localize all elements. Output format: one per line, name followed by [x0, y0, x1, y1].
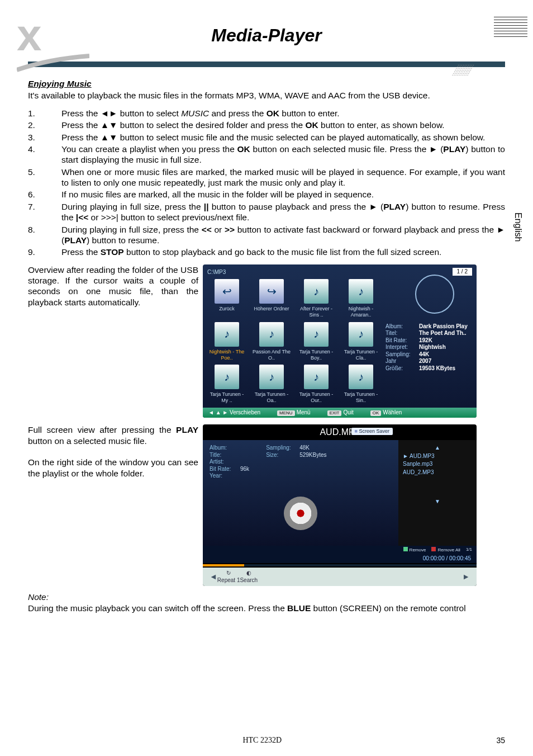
brand-swoosh: [17, 53, 89, 75]
scr1-item-label: Zurück: [207, 306, 246, 312]
scr2-time: 00:00:00 / 00:00:45: [203, 554, 477, 564]
scr1-bottom-bar: ◄ ▲ ► Verschieben MENUMenü EXITQuit OKWä…: [203, 408, 477, 418]
scr1-item-label: Tarja Turunen - Sin..: [341, 391, 380, 404]
scr2-up-arrow-icon: ▲: [403, 445, 472, 452]
scr1-file-item: ♪Tarja Turunen - Our..: [297, 365, 336, 404]
scr1-file-item: ♪Nightwish - The Poe..: [207, 322, 246, 362]
music-note-icon: ♪: [349, 365, 373, 389]
scr1-item-label: Tarja Turunen - Oa..: [252, 391, 291, 404]
scr1-page-counter: 1 / 2: [453, 268, 472, 276]
scr1-file-item: ♪Passion And The O..: [252, 322, 291, 362]
scr1-dial-icon: [415, 275, 454, 314]
scr1-menu-hint: MENUMenü: [277, 409, 311, 417]
step-text: Press the ▲▼ button to select music file…: [61, 132, 505, 143]
scr1-file-item: ♪Nightwish - Amaran..: [341, 279, 380, 319]
scr1-item-label: Tarja Turunen - Our..: [297, 391, 336, 404]
scr2-screensaver-badge: Screen Saver: [351, 428, 393, 435]
scr1-file-item: ♪Tarja Turunen - Cla..: [341, 322, 380, 362]
note-text: During the music playback you can switch…: [28, 603, 505, 613]
scr1-item-label: Tarja Turunen - Cla..: [341, 349, 380, 362]
scr1-file-item: ♪Tarja Turunen - Oa..: [252, 365, 291, 404]
scr1-select-hint: OKWählen: [370, 409, 402, 417]
search-button: ◐Search: [240, 570, 258, 584]
page-title: Media-Player: [0, 25, 533, 46]
step-number: 9.: [28, 247, 61, 257]
music-note-icon: ♪: [259, 322, 284, 347]
scr1-item-label: Nightwish - Amaran..: [341, 306, 380, 319]
music-note-icon: ♪: [215, 322, 239, 347]
music-note-icon: ♪: [304, 322, 329, 347]
scr1-file-item: ♪After Forever - Sins ..: [297, 279, 336, 319]
step-text: Press the STOP button to stop playback a…: [61, 247, 505, 257]
scr1-move-hint: ◄ ▲ ► Verschieben: [208, 409, 260, 417]
overview-text: Overview after reading the folder of the…: [28, 264, 198, 418]
playlist-item: ► AUD.MP3: [403, 453, 472, 460]
scr2-progress: [203, 564, 477, 566]
note-label: Note:: [28, 592, 505, 602]
folder-back-icon: ↩: [215, 279, 239, 304]
instruction-list: 1.Press the ◄► button to select MUSIC an…: [28, 108, 505, 258]
scr2-down-arrow-icon: ▼: [403, 498, 472, 505]
footer-model: HTC 2232D: [242, 736, 282, 745]
scr2-transport-bar: ◄ ↻Repeat 1 ◐Search ►: [203, 568, 477, 586]
scr1-file-item: ♪Tarja Turunen - My ..: [207, 365, 246, 404]
scr2-remove-bar: Remove Remove All 1/1: [203, 546, 477, 554]
step-text: Press the ▲▼ button to select the desire…: [61, 120, 505, 130]
scr1-path: C:\MP3: [207, 269, 226, 275]
scr2-title: AUD.MP3: [203, 427, 477, 438]
scr1-item-label: Tarja Turunen - My ..: [207, 391, 246, 404]
step-text: During playing in full size, press the |…: [61, 201, 505, 223]
step-text: If no music files are marked, all the mu…: [61, 189, 505, 200]
intro-text: It's available to playback the music fil…: [28, 90, 505, 101]
scr1-file-item: ♪Tarja Turunen - Sin..: [341, 365, 380, 404]
disc-icon: [284, 497, 317, 530]
music-note-icon: ♪: [215, 365, 239, 389]
music-note-icon: ♪: [349, 322, 373, 347]
repeat-button: ↻Repeat 1: [217, 570, 240, 584]
music-note-icon: ♪: [304, 365, 329, 389]
step-number: 2.: [28, 120, 61, 130]
music-note-icon: ♪: [349, 279, 373, 304]
scr1-file-item: ♪Tarja Turunen - Boy..: [297, 322, 336, 362]
step-number: 6.: [28, 189, 61, 200]
fullscreen-text-2: On the right side of the window you can …: [28, 457, 198, 479]
step-number: 4.: [28, 144, 61, 166]
step-number: 7.: [28, 201, 61, 223]
scr1-item-label: Tarja Turunen - Boy..: [297, 349, 336, 362]
fullscreen-player-screenshot: AUD.MP3 Screen Saver Album:Title:Artist:…: [203, 424, 477, 586]
header-bar: [28, 62, 505, 67]
prev-icon: ◄: [210, 572, 217, 582]
step-number: 3.: [28, 132, 61, 143]
scr2-track-info-2: Sampling:48KSize:529KBytes: [266, 445, 326, 480]
footer-page-number: 35: [496, 736, 505, 745]
step-number: 1.: [28, 108, 61, 119]
step-number: 5.: [28, 167, 61, 188]
step-text: You can create a playlist when you press…: [61, 144, 505, 166]
scr1-file-item: ↩Zurück: [207, 279, 246, 319]
fullscreen-text-1: Full screen view after pressing the PLAY…: [28, 424, 198, 446]
language-tab: English: [513, 212, 523, 242]
playlist-item: Sanple.mp3: [403, 461, 472, 468]
step-text: Press the ◄► button to select MUSIC and …: [61, 108, 505, 119]
scr1-quit-hint: EXITQuit: [327, 409, 354, 417]
scr1-item-label: Nightwish - The Poe..: [207, 349, 246, 362]
next-icon: ►: [462, 572, 470, 582]
step-number: 8.: [28, 224, 61, 246]
folder-view-screenshot: C:\MP3 1 / 2 ↩Zurück↪Höherer Ordner♪Afte…: [203, 264, 477, 418]
scr1-item-label: Höherer Ordner: [252, 306, 291, 312]
music-note-icon: ♪: [304, 279, 329, 304]
scr1-item-label: Passion And The O..: [252, 349, 291, 362]
step-text: During playing in full size, press the <…: [61, 224, 505, 246]
folder-back-icon: ↪: [259, 279, 284, 304]
scr1-info-panel: Album:Dark Passion PlayTitel:The Poet An…: [386, 323, 472, 372]
section-heading: Enjoying Music: [28, 78, 505, 89]
scr2-playlist: ► AUD.MP3 Sanple.mp3 AUD_2.MP3: [403, 453, 472, 476]
scr2-track-info: Album:Title:Artist:Bit Rate:96kYear:: [210, 445, 249, 480]
scr1-item-label: After Forever - Sins ..: [297, 306, 336, 319]
step-text: When one or more music files are marked,…: [61, 167, 505, 188]
scr1-file-item: ↪Höherer Ordner: [252, 279, 291, 319]
playlist-item: AUD_2.MP3: [403, 469, 472, 476]
music-note-icon: ♪: [259, 365, 284, 389]
